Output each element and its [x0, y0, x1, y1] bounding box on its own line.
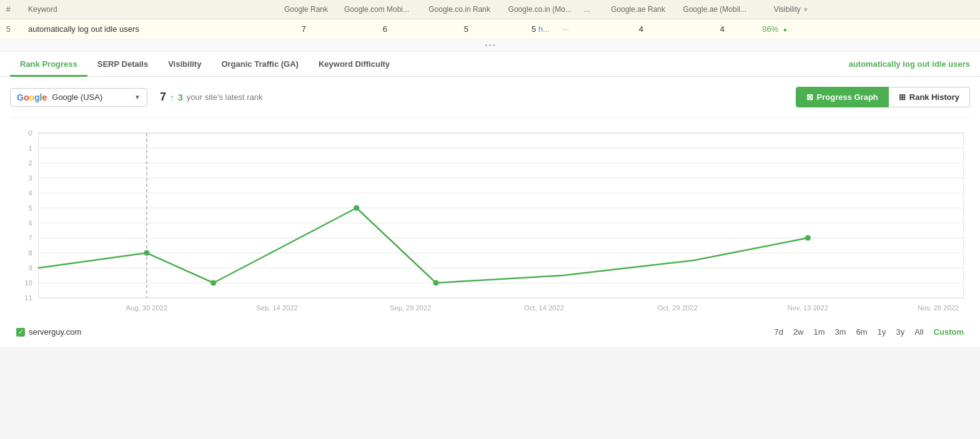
row-coin-mo: 5 h...: [475, 24, 556, 34]
svg-text:Sep, 29 2022: Sep, 29 2022: [390, 304, 432, 312]
chart-icon: ⊠: [806, 92, 813, 102]
tab-keyword-difficulty[interactable]: Keyword Difficulty: [309, 52, 400, 77]
svg-point-36: [354, 205, 359, 211]
coin-mo-link[interactable]: h...: [538, 24, 550, 34]
bottom-bar: ✓ serverguy.com 7d 2w 1m 3m 6m 1y 3y All…: [10, 327, 970, 337]
th-ae-rank: Google.ae Rank: [596, 5, 671, 14]
svg-text:10: 10: [24, 279, 32, 287]
row-google-mobi: 6: [312, 24, 393, 34]
svg-text:4: 4: [28, 189, 32, 197]
svg-text:Oct, 29 2022: Oct, 29 2022: [658, 304, 698, 312]
svg-text:9: 9: [28, 264, 32, 272]
time-filter-6m[interactable]: 6m: [856, 327, 868, 337]
keyword-label: automatically log out idle users: [849, 59, 970, 69]
th-hash: #: [0, 5, 22, 14]
svg-text:11: 11: [24, 294, 32, 302]
time-filter-1m[interactable]: 1m: [814, 327, 825, 337]
row-visibility: 86% ●: [731, 24, 793, 34]
svg-text:Sep, 14 2022: Sep, 14 2022: [256, 304, 298, 312]
row-ae-rank: 4: [575, 24, 650, 34]
time-filter-7d[interactable]: 7d: [774, 327, 783, 337]
th-google-mobi: Google.com Mobi...: [334, 5, 415, 14]
row-coin-rank: 5: [393, 24, 475, 34]
svg-text:Nov, 13 2022: Nov, 13 2022: [788, 304, 829, 312]
row-number: 5: [0, 25, 22, 34]
legend-checkbox[interactable]: ✓: [16, 328, 25, 337]
svg-text:1: 1: [28, 144, 32, 152]
svg-text:Oct, 14 2022: Oct, 14 2022: [524, 304, 564, 312]
th-dots: ...: [578, 5, 596, 14]
svg-text:0: 0: [28, 129, 32, 137]
rank-desc: your site's latest rank: [187, 92, 263, 102]
progress-graph-button[interactable]: ⊠ Progress Graph: [796, 87, 889, 107]
divider: • • •: [0, 39, 980, 52]
row-keyword: automatically log out idle users: [22, 24, 237, 34]
tab-organic-traffic[interactable]: Organic Traffic (GA): [211, 52, 309, 77]
table-row: 5 automatically log out idle users 7 6 5…: [0, 19, 980, 39]
view-toggle-group: ⊠ Progress Graph ⊞ Rank History: [796, 87, 970, 107]
rank-history-button[interactable]: ⊞ Rank History: [889, 87, 970, 107]
svg-text:3: 3: [28, 174, 32, 182]
chart-container: 0 1 2 3 4 5 6 7 8 9 10 11: [10, 117, 970, 320]
th-google-rank: Google Rank: [259, 5, 334, 14]
rank-progress-chart: 0 1 2 3 4 5 6 7 8 9 10 11: [10, 124, 970, 312]
svg-text:8: 8: [28, 249, 32, 257]
time-filter-custom[interactable]: Custom: [934, 327, 964, 337]
th-keyword: Keyword: [22, 5, 259, 14]
google-logo: Google: [17, 92, 47, 102]
th-ae-mobi: Google.ae (Mobil...: [671, 5, 753, 14]
svg-point-37: [433, 280, 438, 286]
time-filter-3y[interactable]: 3y: [896, 327, 904, 337]
tab-rank-progress[interactable]: Rank Progress: [10, 52, 87, 77]
row-ae-mobi: 4: [650, 24, 731, 34]
tabs-bar: Rank Progress SERP Details Visibility Or…: [0, 52, 980, 77]
engine-selector[interactable]: Google Google (USA) ▼: [10, 88, 147, 107]
th-coin-rank: Google.co.in Rank: [415, 5, 497, 14]
time-filter-all[interactable]: All: [914, 327, 923, 337]
svg-rect-24: [39, 133, 964, 298]
svg-point-34: [144, 250, 149, 256]
svg-text:6: 6: [28, 219, 32, 227]
svg-point-40: [805, 235, 811, 241]
svg-text:7: 7: [28, 234, 32, 242]
dropdown-arrow-icon: ▼: [134, 94, 141, 101]
content-area: Google Google (USA) ▼ 7 ↑ 3 your site's …: [0, 77, 980, 347]
tab-serp-details[interactable]: SERP Details: [87, 52, 158, 77]
th-coin-mo: Google.co.in (Mo...: [497, 5, 578, 14]
legend-site-label: serverguy.com: [29, 327, 81, 337]
svg-point-35: [210, 280, 216, 286]
table-icon: ⊞: [899, 92, 906, 102]
engine-label: Google (USA): [52, 92, 129, 102]
svg-text:Aug, 30 2022: Aug, 30 2022: [126, 304, 168, 312]
tab-visibility[interactable]: Visibility: [158, 52, 211, 77]
svg-text:2: 2: [28, 159, 32, 167]
table-header: # Keyword Google Rank Google.com Mobi...…: [0, 0, 980, 19]
legend-item: ✓ serverguy.com: [16, 327, 81, 337]
svg-text:5: 5: [28, 204, 32, 212]
time-filter-1y[interactable]: 1y: [878, 327, 886, 337]
rank-number: 7: [160, 91, 166, 104]
row-google-rank: 7: [237, 24, 312, 34]
rank-up-icon: ↑: [170, 92, 174, 102]
th-visibility: Visibility ▼: [753, 5, 815, 14]
time-filters: 7d 2w 1m 3m 6m 1y 3y All Custom: [774, 327, 964, 337]
time-filter-2w[interactable]: 2w: [793, 327, 804, 337]
controls-row: Google Google (USA) ▼ 7 ↑ 3 your site's …: [10, 87, 970, 107]
rank-change: 3: [178, 92, 183, 102]
svg-text:Nov, 28 2022: Nov, 28 2022: [918, 304, 959, 312]
row-dots: ···: [556, 24, 575, 34]
time-filter-3m[interactable]: 3m: [835, 327, 846, 337]
rank-info: 7 ↑ 3 your site's latest rank: [160, 91, 263, 104]
